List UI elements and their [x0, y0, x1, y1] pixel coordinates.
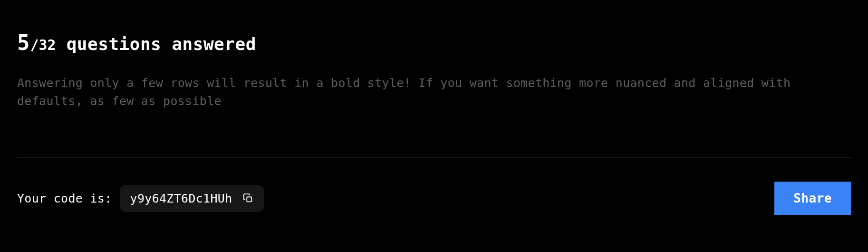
- main-panel: 5 / 32 questions answered Answering only…: [0, 0, 868, 252]
- description-text: Answering only a few rows will result in…: [17, 74, 851, 110]
- code-value: y9y64ZT6Dc1HUh: [130, 192, 232, 205]
- svg-rect-0: [247, 197, 251, 202]
- code-label: Your code is:: [17, 192, 112, 205]
- progress-total: 32: [39, 38, 56, 52]
- progress-label: questions answered: [67, 36, 256, 53]
- code-box: y9y64ZT6Dc1HUh: [120, 185, 264, 212]
- footer-row: Your code is: y9y64ZT6Dc1HUh Share: [17, 158, 851, 215]
- copy-icon[interactable]: [243, 193, 253, 204]
- share-button[interactable]: Share: [774, 182, 851, 215]
- progress-separator: /: [30, 38, 39, 52]
- progress-header: 5 / 32 questions answered: [17, 32, 851, 53]
- progress-current: 5: [17, 32, 29, 53]
